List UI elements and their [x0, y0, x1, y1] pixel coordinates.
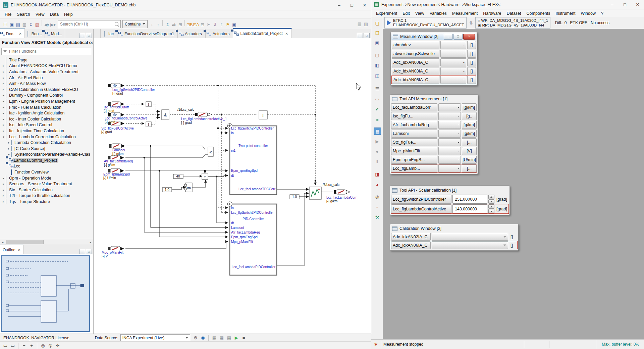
- tree-closed-arrow-icon[interactable]: ▸: [1, 111, 6, 115]
- scroll-right-icon[interactable]: ▸: [88, 240, 93, 245]
- table-view-icon[interactable]: ▦: [226, 335, 232, 341]
- tree-closed-arrow-icon[interactable]: ▸: [1, 64, 6, 67]
- measure-row[interactable]: Lamsoni-[g/km]: [391, 130, 477, 138]
- save-icon[interactable]: ▣: [374, 39, 380, 46]
- value-cell[interactable]: -: [438, 130, 461, 138]
- step-up-icon[interactable]: ⇧: [218, 21, 224, 28]
- measure-row[interactable]: Isc_flgFu...-[g..: [391, 112, 477, 120]
- tree-item[interactable]: ▸Iac - Ignition Angle Calculation: [0, 110, 93, 116]
- measure-window-panel[interactable]: Measure Window [2] – ❐ ✕ abmhdev-[]abwei…: [390, 32, 477, 86]
- label-off-icon[interactable]: ⊟: [199, 21, 205, 28]
- tree-closed-arrow-icon[interactable]: ▸: [7, 147, 11, 150]
- minimize-view-icon[interactable]: –: [79, 33, 85, 38]
- menu-view[interactable]: View: [33, 11, 47, 17]
- menu-variables[interactable]: Variables: [427, 10, 449, 16]
- maximize-view-icon[interactable]: □: [86, 33, 92, 38]
- editor-tab-lambdacontrol_project[interactable]: LambdaControl_Project✕: [233, 28, 291, 38]
- measure-row[interactable]: Stc_flgFue...-[...: [391, 138, 477, 146]
- tree-item[interactable]: ▸Actuators - Actuators Value Treatment: [0, 69, 93, 75]
- scrollbar-thumb[interactable]: [6, 240, 44, 244]
- tree-item[interactable]: ▸Afr - Air Fuel Ratio: [0, 75, 93, 81]
- tree-item[interactable]: ▸Tqs - Torque Structure: [0, 199, 93, 205]
- panel-icon[interactable]: ▫: [374, 204, 380, 210]
- prev-match-icon[interactable]: ↑: [155, 21, 161, 28]
- tree-item[interactable]: ▸Systemconstant-Parameter-Variable-Clas: [0, 152, 93, 158]
- search-box[interactable]: [58, 20, 121, 28]
- workspace-icon[interactable]: ❒: [374, 30, 380, 36]
- gear-icon[interactable]: ⚙: [192, 335, 199, 341]
- snapshot-icon[interactable]: ▤: [356, 21, 363, 27]
- minimize-button[interactable]: –: [606, 0, 619, 9]
- calibration-row[interactable]: Lcc_flgSwitch2PIDController251.000000[gr…: [391, 195, 508, 204]
- spinner-down-icon[interactable]: [488, 199, 494, 204]
- filter-box[interactable]: [1, 48, 91, 55]
- tree-item[interactable]: ▸About EHANDBOOK FlexECU Demo: [0, 63, 93, 69]
- calibration-window-header[interactable]: Calibration Window [2]: [391, 225, 518, 232]
- etk-device-box[interactable]: ETKC:1 EHANDBOOK_FlexECU_DEMO_ASCET: [384, 17, 467, 29]
- close-icon[interactable]: ✕: [19, 32, 21, 36]
- tree-item[interactable]: ▸[C-Code Source]: [0, 146, 93, 152]
- variable-name-cell[interactable]: Adc_idxAN06IA_C: [391, 241, 431, 249]
- signal-icon[interactable]: ≈: [374, 116, 380, 123]
- variable-name-cell[interactable]: Adc_idxAN03IA_C: [392, 67, 439, 75]
- restore-panel-button[interactable]: ❐: [453, 34, 463, 40]
- spinner-down-icon[interactable]: [488, 209, 494, 213]
- measure-row[interactable]: Adc_idxAN03IA_C-[]: [392, 67, 476, 75]
- list-icon[interactable]: ☰: [374, 85, 380, 92]
- tree-item[interactable]: ▸T2t - Torque to throttle calculation: [0, 193, 93, 199]
- next-match-icon[interactable]: ↓: [148, 21, 155, 28]
- maximize-button[interactable]: □: [345, 0, 358, 10]
- sidebar-tab-doc[interactable]: Doc...✕: [0, 29, 25, 38]
- play-icon[interactable]: ▶: [374, 138, 380, 145]
- view-menu-icon[interactable]: ≡: [92, 40, 93, 45]
- flag-icon[interactable]: ⚑: [224, 21, 231, 28]
- export-icon[interactable]: ↧: [28, 21, 34, 28]
- tree-item[interactable]: cLcc: [0, 163, 93, 169]
- tree-item[interactable]: ▸CAN Calibration in Gasoline FlexECU: [0, 87, 93, 93]
- parameter-name-cell[interactable]: Lcc_flgLambdaControlActive: [391, 204, 451, 213]
- fit-icon[interactable]: ✛: [54, 342, 61, 349]
- run-icon[interactable]: ▶: [233, 335, 239, 341]
- tree-item[interactable]: Title Page: [0, 57, 93, 63]
- contains-dropdown[interactable]: Contains: [122, 20, 148, 28]
- filter-input[interactable]: [8, 49, 89, 54]
- zoom-in-icon[interactable]: +: [28, 342, 35, 349]
- tool-api-measurement-panel[interactable]: Tool API Measurement [1] Lcc_facLambdaCo…: [390, 94, 478, 174]
- record-icon[interactable]: ●: [374, 148, 380, 155]
- calibration-row[interactable]: Lcc_flgLambdaControlActive143.000000[gra…: [391, 204, 508, 213]
- measure-row[interactable]: Lcc_facLambdaCorr-[g/km]: [391, 103, 477, 111]
- measure-window-header[interactable]: Measure Window [2] – ❐ ✕: [391, 33, 476, 40]
- scalar-calibration-panel[interactable]: Tool API - Scalar calibration [1] Lcc_fl…: [390, 186, 510, 215]
- maximize-view-icon[interactable]: □: [86, 249, 92, 254]
- measure-icon[interactable]: ▭: [374, 96, 380, 102]
- menu-data[interactable]: Data: [47, 11, 61, 17]
- value-cell[interactable]: -: [440, 58, 466, 66]
- print-diagram-icon[interactable]: ▥: [363, 21, 369, 27]
- tree-item[interactable]: ▸Sensors - Sensor Value Treatment: [0, 181, 93, 187]
- tree-item[interactable]: Function Overview: [0, 169, 93, 175]
- tree-item[interactable]: ▸Amf - Air Mass Flow: [0, 81, 93, 87]
- close-button[interactable]: ✕: [631, 0, 644, 9]
- tree-closed-arrow-icon[interactable]: ▸: [1, 188, 6, 192]
- tree-item[interactable]: ▸Opm - Operation Mode: [0, 175, 93, 181]
- variable-name-cell[interactable]: Lcc_facLambdaCorr: [391, 103, 437, 111]
- outline-thumbnail[interactable]: [0, 254, 93, 334]
- measure-row[interactable]: Adc_idxAN00IA_C-[]: [392, 58, 476, 66]
- value-cell[interactable]: -: [438, 103, 461, 111]
- tools-icon[interactable]: ⚒: [374, 214, 380, 220]
- menu-measurement[interactable]: Measurement: [449, 10, 480, 16]
- book-icon[interactable]: ▤: [15, 21, 21, 28]
- stop-icon[interactable]: ■: [240, 335, 247, 341]
- step-down-icon[interactable]: ⇩: [212, 21, 218, 28]
- parameter-name-cell[interactable]: Lcc_flgSwitch2PIDController: [391, 195, 451, 204]
- layout1-icon[interactable]: ▭: [2, 342, 8, 349]
- calibration-row[interactable]: Adc_idxAN06IA_C[]: [391, 241, 517, 249]
- menu-hardware[interactable]: Hardware: [480, 10, 504, 16]
- diagram-canvas[interactable]: ! ! ! & < ÷ MD 40: [94, 38, 371, 334]
- menu-edit[interactable]: Edit: [400, 10, 413, 16]
- close-button[interactable]: ✕: [358, 0, 371, 10]
- value-cell[interactable]: -: [438, 112, 461, 120]
- variable-name-cell[interactable]: Lamsoni: [391, 130, 437, 138]
- spinner-up-icon[interactable]: [488, 204, 494, 209]
- variable-name-cell[interactable]: Adc_idxAN05IA_C: [392, 76, 439, 84]
